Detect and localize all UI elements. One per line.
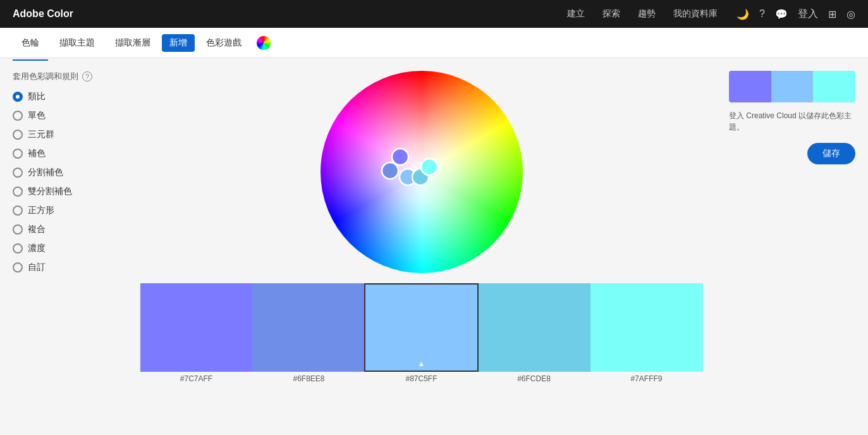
swatch-1[interactable] (140, 283, 252, 372)
radio-split-complementary (13, 168, 23, 178)
main-layout: 套用色彩調和規則 ? 類比 單色 三元群 補色 分割補色 (0, 58, 868, 435)
app-logo: Adobe Color (13, 8, 73, 20)
preview-swatches (729, 71, 855, 102)
rule-shades[interactable]: 濃度 (13, 243, 114, 254)
handle-5 (421, 159, 437, 175)
left-sidebar: 套用色彩調和規則 ? 類比 單色 三元群 補色 分割補色 (0, 58, 126, 435)
center-area: #7C7AFF #6F8EE8 #87C5FF #6FCDE8 #7AFFF9 (126, 58, 716, 435)
swatch-label-3: #87C5FF (365, 374, 478, 383)
swatch-2[interactable] (252, 283, 364, 372)
top-nav: Adobe Color 建立 探索 趨勢 我的資料庫 🌙 ? 💬 登入 ⊞ ◎ (0, 0, 868, 28)
profile-icon[interactable]: ◎ (847, 8, 855, 20)
nav-trends[interactable]: 趨勢 (638, 8, 656, 20)
tab-color-wheel[interactable]: 色輪 (13, 34, 48, 52)
swatch-3[interactable] (364, 283, 479, 372)
tab-extract-gradient[interactable]: 擷取漸層 (106, 34, 159, 52)
radio-custom (13, 262, 23, 273)
nav-icons: 🌙 ? 💬 登入 ⊞ ◎ (737, 8, 855, 21)
radio-triad (13, 130, 23, 140)
tab-color-game[interactable]: 色彩遊戲 (197, 34, 250, 52)
rule-custom[interactable]: 自訂 (13, 262, 114, 273)
radio-square (13, 205, 23, 216)
rule-split-complementary[interactable]: 分割補色 (13, 167, 114, 178)
rule-double-split[interactable]: 雙分割補色 (13, 186, 114, 197)
tab-new[interactable]: 新增 (162, 34, 195, 52)
login-button[interactable]: 登入 (798, 8, 818, 21)
help-icon[interactable]: ? (759, 8, 765, 20)
save-button[interactable]: 儲存 (807, 143, 855, 164)
swatch-label-4: #6FCDE8 (478, 374, 590, 383)
rule-compound[interactable]: 複合 (13, 224, 114, 235)
moon-icon[interactable]: 🌙 (737, 8, 749, 20)
nav-explore[interactable]: 探索 (602, 8, 620, 20)
rule-square[interactable]: 正方形 (13, 205, 114, 216)
radio-double-split (13, 187, 23, 197)
radio-compound (13, 224, 23, 235)
apps-icon[interactable]: ⊞ (828, 8, 836, 20)
swatch-label-1: #7C7AFF (140, 374, 253, 383)
radio-monochromatic (13, 111, 23, 121)
swatch-label-2: #6F8EE8 (253, 374, 365, 383)
radio-complementary (13, 149, 23, 159)
rule-triad[interactable]: 三元群 (13, 129, 114, 140)
handle-2 (382, 162, 398, 179)
color-wheel-svg[interactable] (321, 71, 523, 273)
swatch-4[interactable] (479, 283, 590, 372)
swatch-labels: #7C7AFF #6F8EE8 #87C5FF #6FCDE8 #7AFFF9 (140, 374, 703, 383)
color-wheel-icon[interactable] (257, 36, 271, 50)
handle-1 (392, 149, 408, 165)
preview-swatch-1 (729, 71, 771, 102)
cloud-message: 登入 Creative Cloud 以儲存此色彩主題。 (729, 110, 855, 133)
right-panel: 登入 Creative Cloud 以儲存此色彩主題。 儲存 (716, 58, 868, 435)
nav-library[interactable]: 我的資料庫 (673, 8, 718, 20)
harmony-rules: 類比 單色 三元群 補色 分割補色 雙分割補色 (13, 91, 114, 273)
preview-swatch-2 (771, 71, 814, 102)
swatch-5[interactable] (590, 283, 702, 372)
radio-shades (13, 243, 23, 254)
tab-extract-theme[interactable]: 擷取主題 (51, 34, 104, 52)
nav-create[interactable]: 建立 (567, 8, 585, 20)
rule-complementary[interactable]: 補色 (13, 148, 114, 159)
radio-analogous (13, 92, 23, 102)
chat-icon[interactable]: 💬 (775, 8, 788, 20)
nav-links: 建立 探索 趨勢 我的資料庫 (567, 8, 718, 20)
rule-analogous[interactable]: 類比 (13, 91, 114, 102)
color-wheel-container[interactable] (321, 71, 523, 273)
color-swatches (140, 283, 703, 372)
preview-swatch-3 (813, 71, 855, 102)
rule-monochromatic[interactable]: 單色 (13, 110, 114, 121)
tab-bar: 色輪 擷取主題 擷取漸層 新增 色彩遊戲 (0, 28, 868, 58)
sidebar-title: 套用色彩調和規則 ? (13, 71, 114, 82)
help-icon-sidebar[interactable]: ? (82, 71, 92, 82)
swatch-label-5: #7AFFF9 (590, 374, 703, 383)
